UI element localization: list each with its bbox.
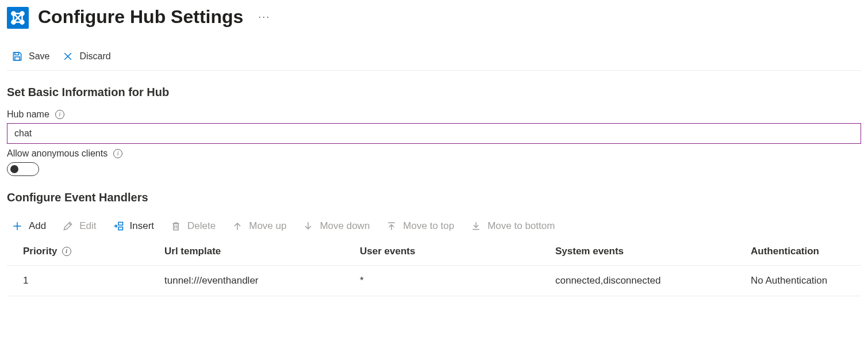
add-button[interactable]: Add (11, 220, 46, 232)
insert-icon (113, 220, 124, 232)
insert-label: Insert (130, 220, 155, 232)
cell-user: * (352, 266, 547, 296)
save-label: Save (29, 51, 49, 62)
move-to-bottom-button: Move to bottom (470, 220, 555, 232)
col-user-header: User events (352, 240, 547, 266)
svg-point-3 (20, 20, 24, 24)
allow-anonymous-label-row: Allow anonymous clients i (7, 148, 861, 159)
page-title: Configure Hub Settings (38, 6, 243, 28)
svg-rect-5 (15, 57, 20, 60)
save-icon (11, 51, 23, 62)
hub-name-label-row: Hub name i (7, 109, 861, 120)
cell-auth: No Authentication (743, 266, 861, 296)
event-handlers-table: Priority i Url template User events Syst… (7, 240, 861, 296)
arrow-down-icon (302, 220, 314, 232)
allow-anonymous-toggle[interactable] (7, 162, 39, 176)
hub-resource-icon (7, 7, 29, 29)
plus-icon (11, 220, 23, 232)
save-button[interactable]: Save (11, 51, 49, 62)
discard-button[interactable]: Discard (62, 51, 110, 62)
move-down-label: Move down (320, 220, 370, 232)
allow-anonymous-label: Allow anonymous clients (7, 148, 107, 159)
discard-label: Discard (79, 51, 110, 62)
event-handlers-toolbar: Add Edit Insert Delete Move up (7, 215, 861, 240)
info-icon[interactable]: i (55, 110, 64, 119)
info-icon[interactable]: i (113, 149, 122, 158)
table-row[interactable]: 1 tunnel:///eventhandler * connected,dis… (7, 266, 861, 296)
svg-point-1 (20, 12, 24, 15)
delete-label: Delete (187, 220, 216, 232)
discard-icon (62, 51, 74, 62)
pencil-icon (62, 220, 74, 232)
info-icon[interactable]: i (62, 247, 71, 256)
move-down-button: Move down (302, 220, 370, 232)
svg-point-2 (11, 20, 15, 24)
move-up-button: Move up (232, 220, 286, 232)
svg-rect-6 (118, 222, 123, 225)
basic-info-section-title: Set Basic Information for Hub (7, 86, 861, 99)
hub-name-label: Hub name (7, 109, 49, 120)
move-to-top-button: Move to top (386, 220, 454, 232)
trash-icon (170, 220, 182, 232)
cell-url: tunnel:///eventhandler (156, 266, 352, 296)
svg-rect-7 (118, 227, 123, 230)
toggle-knob (10, 165, 18, 173)
col-auth-header: Authentication (743, 240, 861, 266)
svg-point-0 (11, 12, 15, 15)
move-to-bottom-label: Move to bottom (487, 220, 555, 232)
event-handlers-section-title: Configure Event Handlers (7, 191, 861, 204)
arrow-bottom-icon (470, 220, 482, 232)
cell-priority: 1 (7, 266, 156, 296)
table-header-row: Priority i Url template User events Syst… (7, 240, 861, 266)
move-to-top-label: Move to top (403, 220, 454, 232)
arrow-up-icon (232, 220, 243, 232)
add-label: Add (29, 220, 46, 232)
move-up-label: Move up (249, 220, 286, 232)
col-priority-header: Priority (23, 246, 57, 257)
insert-button[interactable]: Insert (113, 220, 155, 232)
delete-button: Delete (170, 220, 216, 232)
cell-sys: connected,disconnected (547, 266, 743, 296)
hub-name-input[interactable] (7, 123, 861, 144)
arrow-top-icon (386, 220, 397, 232)
svg-rect-4 (15, 52, 19, 55)
edit-label: Edit (79, 220, 96, 232)
col-sys-header: System events (547, 240, 743, 266)
edit-button: Edit (62, 220, 96, 232)
col-url-header: Url template (156, 240, 352, 266)
more-actions-button[interactable]: ··· (258, 11, 270, 23)
command-bar: Save Discard (7, 47, 861, 71)
page-header: Configure Hub Settings ··· (7, 5, 861, 29)
